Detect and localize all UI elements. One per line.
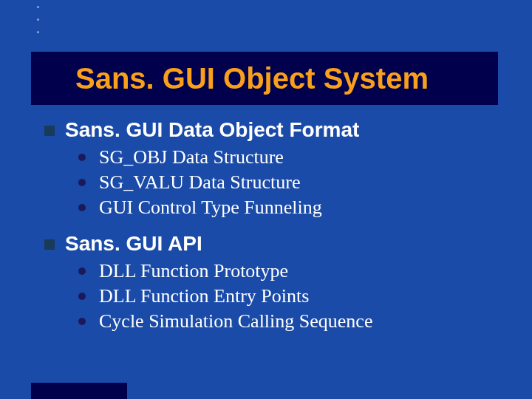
list-item: DLL Function Prototype — [78, 260, 502, 282]
item-text: GUI Control Type Funneling — [99, 197, 322, 219]
list-item: SG_OBJ Data Structure — [78, 146, 502, 168]
slide-title: Sans. GUI Object System — [75, 62, 429, 95]
round-bullet-icon — [78, 179, 86, 186]
square-bullet-icon — [44, 239, 55, 250]
section-heading: Sans. GUI API — [44, 232, 502, 256]
item-text: Cycle Simulation Calling Sequence — [99, 310, 372, 332]
list-item: Cycle Simulation Calling Sequence — [78, 310, 502, 332]
item-text: DLL Function Prototype — [99, 260, 288, 282]
list-item: GUI Control Type Funneling — [78, 197, 502, 219]
bottom-accent-bar — [31, 383, 127, 399]
sublist: SG_OBJ Data Structure SG_VALU Data Struc… — [78, 146, 502, 219]
dot-icon — [37, 6, 39, 8]
slide-content: Sans. GUI Data Object Format SG_OBJ Data… — [44, 118, 502, 346]
dot-icon — [37, 18, 39, 21]
item-text: DLL Function Entry Points — [99, 285, 309, 307]
heading-text: Sans. GUI Data Object Format — [65, 118, 359, 142]
decorative-dots — [37, 6, 39, 33]
heading-text: Sans. GUI API — [65, 232, 202, 256]
round-bullet-icon — [78, 318, 86, 325]
list-item: SG_VALU Data Structure — [78, 171, 502, 194]
list-item: DLL Function Entry Points — [78, 285, 502, 307]
item-text: SG_VALU Data Structure — [99, 171, 300, 194]
dot-icon — [37, 31, 39, 33]
title-bar: Sans. GUI Object System — [31, 52, 498, 105]
sublist: DLL Function Prototype DLL Function Entr… — [78, 260, 502, 332]
square-bullet-icon — [44, 126, 55, 136]
item-text: SG_OBJ Data Structure — [99, 146, 284, 168]
round-bullet-icon — [78, 267, 86, 275]
round-bullet-icon — [78, 293, 86, 300]
section-heading: Sans. GUI Data Object Format — [44, 118, 502, 142]
round-bullet-icon — [78, 204, 86, 211]
round-bullet-icon — [78, 154, 86, 161]
